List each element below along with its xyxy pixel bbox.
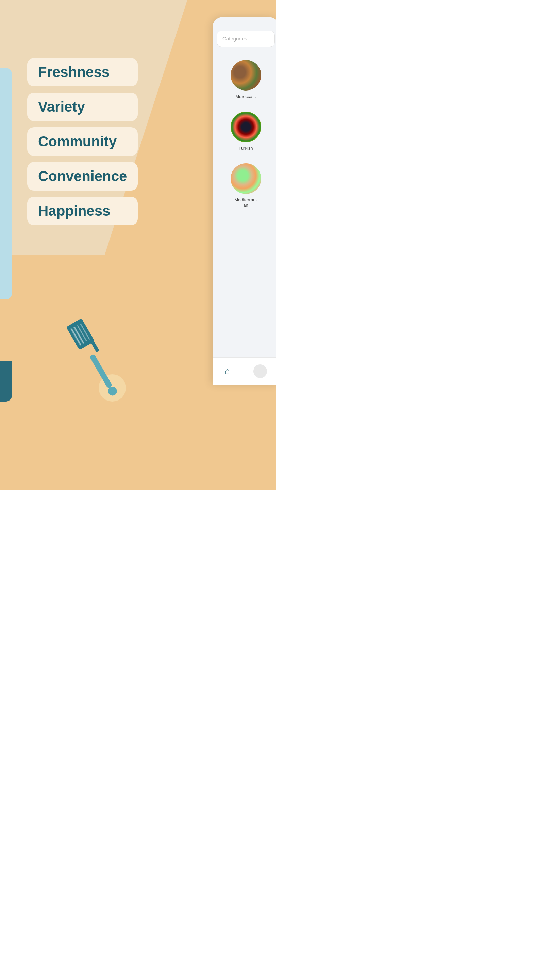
category-list: Morocca... Turkish Mediterran-an [213,54,275,214]
bottom-navigation: ⌂ [213,357,275,385]
category-image-turkish [230,111,261,142]
keywords-container: Freshness Variety Community Convenience … [27,58,138,225]
category-item-moroccan[interactable]: Morocca... [213,54,275,105]
keyword-happiness: Happiness [27,197,138,225]
category-label-turkish: Turkish [238,146,253,151]
category-item-turkish[interactable]: Turkish [213,105,275,157]
category-item-mediterranean[interactable]: Mediterran-an [213,157,275,214]
right-phone-mockup: Categories... Morocca... Turkish Mediter… [213,17,275,385]
keyword-freshness: Freshness [27,58,138,86]
keyword-convenience: Convenience [27,162,138,191]
category-image-moroccan [230,60,261,91]
search-placeholder: Categories... [222,36,251,41]
category-image-mediterranean [230,163,261,194]
category-label-mediterranean: Mediterran-an [234,197,257,208]
keyword-variety: Variety [27,92,138,121]
left-phone-bottom [0,361,12,401]
keyword-community: Community [27,127,138,156]
search-bar[interactable]: Categories... [217,30,275,47]
left-phone-mockup [0,68,12,299]
nav-other-icon[interactable] [253,364,267,378]
nav-home-icon[interactable]: ⌂ [224,366,230,376]
category-label-moroccan: Morocca... [235,94,256,99]
